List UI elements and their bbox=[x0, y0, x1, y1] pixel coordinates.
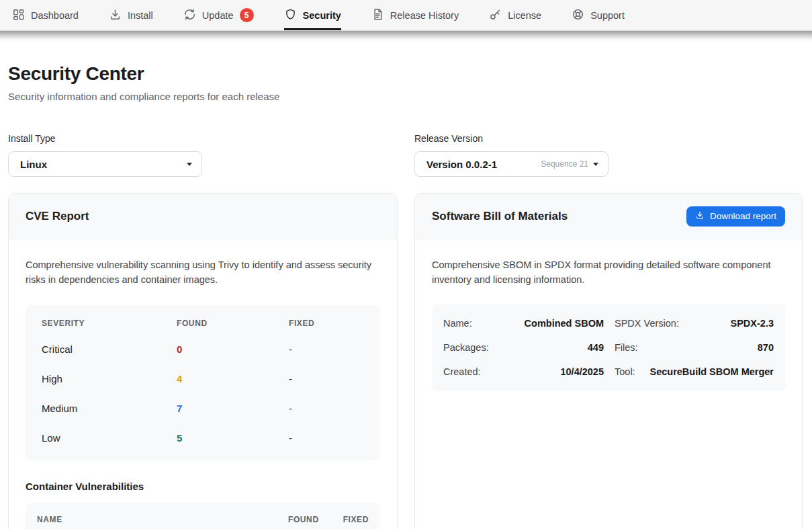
severity-row-label: High bbox=[42, 364, 177, 393]
sbom-details-row: Name: Combined SBOM SPDX Version: SPDX-2… bbox=[443, 311, 774, 335]
document-icon bbox=[371, 8, 384, 23]
sbom-detail-label: Tool: bbox=[615, 366, 635, 377]
sbom-details-row: Created: 10/4/2025 Tool: SecureBuild SBO… bbox=[443, 360, 774, 384]
container-vulnerabilities-title: Container Vulnerabilities bbox=[26, 481, 380, 492]
nav-tab-release-history[interactable]: Release History bbox=[371, 0, 459, 30]
sbom-details-panel: Name: Combined SBOM SPDX Version: SPDX-2… bbox=[432, 304, 785, 391]
sbom-card-title: Software Bill of Materials bbox=[432, 210, 568, 223]
download-icon bbox=[109, 8, 122, 23]
nav-tab-license[interactable]: License bbox=[489, 0, 541, 30]
download-icon bbox=[695, 210, 705, 222]
sbom-detail-label: Created: bbox=[443, 366, 481, 377]
cve-card-title: CVE Report bbox=[26, 210, 89, 223]
sbom-detail-value: 449 bbox=[588, 342, 604, 353]
sbom-detail-label: SPDX Version: bbox=[615, 318, 679, 329]
cve-description: Comprehensive vulnerability scanning usi… bbox=[26, 258, 380, 287]
severity-row-fixed: - bbox=[289, 364, 364, 393]
nav-tab-support[interactable]: Support bbox=[572, 0, 625, 30]
top-nav: Dashboard Install Update 5 Security Rele… bbox=[0, 0, 812, 31]
page-subtitle: Security information and compliance repo… bbox=[8, 91, 803, 102]
key-icon bbox=[489, 8, 502, 23]
severity-row-label: Low bbox=[42, 423, 177, 452]
sbom-card-header: Software Bill of Materials Download repo… bbox=[415, 194, 802, 239]
release-version-select[interactable]: Version 0.0.2-1 Sequence 21 bbox=[414, 151, 608, 177]
severity-row-found: 7 bbox=[177, 393, 289, 423]
main-content: Security Center Security information and… bbox=[0, 63, 812, 529]
sbom-detail-label: Files: bbox=[615, 342, 638, 353]
cve-report-card: CVE Report Comprehensive vulnerability s… bbox=[8, 193, 398, 529]
severity-table: SEVERITY FOUND FIXED Critical 0 - High 4… bbox=[26, 305, 380, 460]
nav-tab-security[interactable]: Security bbox=[284, 0, 341, 30]
severity-row-fixed: - bbox=[289, 393, 364, 423]
severity-row-fixed: - bbox=[289, 334, 364, 364]
nav-tab-label: Install bbox=[128, 10, 153, 21]
fixed-column-header: FIXED bbox=[289, 319, 364, 334]
nav-tab-label: Support bbox=[590, 10, 625, 21]
release-version-label: Release Version bbox=[414, 133, 608, 144]
release-version-value: Version 0.0.2-1 bbox=[426, 159, 497, 170]
severity-row-fixed: - bbox=[289, 423, 364, 452]
sbom-detail-value: Combined SBOM bbox=[525, 318, 604, 329]
install-type-label: Install Type bbox=[8, 133, 202, 144]
severity-row-label: Medium bbox=[42, 393, 177, 423]
severity-row-label: Critical bbox=[42, 334, 177, 364]
nav-tab-dashboard[interactable]: Dashboard bbox=[12, 0, 79, 30]
found-column-header: FOUND bbox=[288, 515, 319, 524]
cve-card-body: Comprehensive vulnerability scanning usi… bbox=[9, 239, 397, 529]
lifebuoy-icon bbox=[572, 8, 584, 23]
sbom-details-row: Packages: 449 Files: 870 bbox=[443, 335, 774, 360]
cve-card-header: CVE Report bbox=[9, 194, 397, 239]
sbom-detail-value: 870 bbox=[758, 342, 774, 353]
download-report-button[interactable]: Download report bbox=[686, 206, 785, 227]
fixed-column-header: FIXED bbox=[343, 515, 369, 524]
sbom-detail-label: Packages: bbox=[443, 342, 489, 353]
release-sequence-text: Sequence 21 bbox=[541, 159, 588, 169]
severity-row-found: 0 bbox=[177, 334, 289, 364]
sbom-detail-value: SecureBuild SBOM Merger bbox=[649, 366, 774, 377]
name-column-header: NAME bbox=[37, 515, 62, 524]
page-title: Security Center bbox=[8, 63, 803, 85]
sbom-card-body: Comprehensive SBOM in SPDX format provid… bbox=[415, 239, 802, 410]
cards-row: CVE Report Comprehensive vulnerability s… bbox=[8, 193, 803, 529]
sbom-detail-value: SPDX-2.3 bbox=[731, 318, 774, 329]
sbom-detail-value: 10/4/2025 bbox=[560, 366, 604, 377]
chevron-down-icon bbox=[187, 163, 192, 166]
nav-tab-label: License bbox=[508, 10, 541, 21]
nav-tab-label: Release History bbox=[390, 10, 459, 21]
nav-tab-label: Security bbox=[303, 10, 341, 21]
severity-row-found: 5 bbox=[177, 423, 289, 452]
nav-tab-label: Dashboard bbox=[31, 10, 79, 21]
install-type-value: Linux bbox=[20, 159, 47, 170]
dashboard-icon bbox=[12, 8, 25, 23]
install-type-select[interactable]: Linux bbox=[8, 151, 202, 177]
sbom-description: Comprehensive SBOM in SPDX format provid… bbox=[432, 258, 785, 287]
sbom-card: Software Bill of Materials Download repo… bbox=[414, 193, 803, 529]
nav-tab-label: Update bbox=[202, 10, 234, 21]
header-shadow-divider bbox=[0, 31, 812, 42]
release-version-filter: Release Version Version 0.0.2-1 Sequence… bbox=[414, 133, 608, 177]
container-vulnerabilities-table-header: NAME FOUND FIXED bbox=[26, 503, 380, 529]
filters-row: Install Type Linux Release Version Versi… bbox=[8, 133, 803, 177]
nav-tab-update[interactable]: Update 5 bbox=[183, 0, 254, 30]
refresh-icon bbox=[183, 8, 196, 23]
chevron-down-icon bbox=[593, 163, 598, 166]
nav-tab-install[interactable]: Install bbox=[109, 0, 153, 30]
severity-row-found: 4 bbox=[177, 364, 289, 393]
severity-column-header: SEVERITY bbox=[42, 319, 177, 334]
shield-icon bbox=[284, 8, 297, 23]
update-count-badge: 5 bbox=[240, 8, 254, 22]
download-report-label: Download report bbox=[710, 211, 776, 221]
sbom-detail-label: Name: bbox=[443, 318, 472, 329]
found-column-header: FOUND bbox=[177, 319, 289, 334]
install-type-filter: Install Type Linux bbox=[8, 133, 202, 177]
